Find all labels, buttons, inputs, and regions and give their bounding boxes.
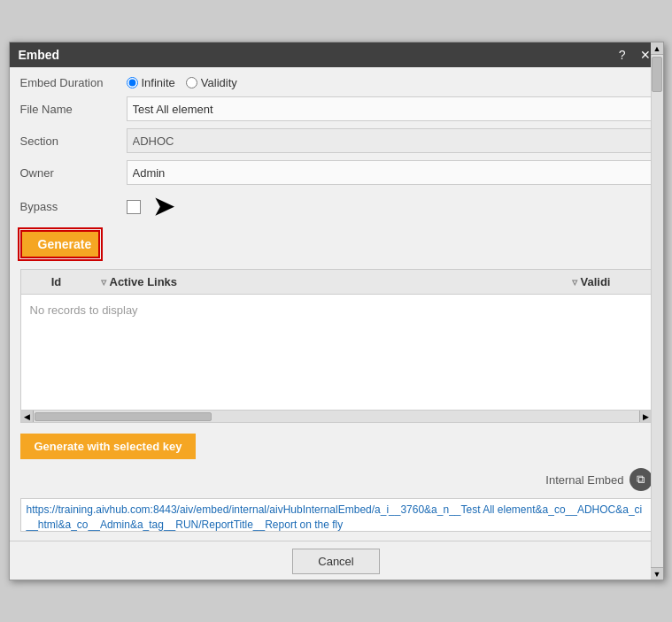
generate-button[interactable]: Generate xyxy=(20,230,100,258)
validity-label: Validity xyxy=(201,76,237,89)
col-validity-header: ▿ Validi xyxy=(572,275,652,288)
generate-btn-container: Generate xyxy=(20,230,653,258)
infinite-label: Infinite xyxy=(142,76,175,89)
no-records-text: No records to display xyxy=(30,303,138,317)
filter-icon-active-links[interactable]: ▿ xyxy=(101,276,106,288)
table-section: Id ▿ Active Links ▿ Validi No records to… xyxy=(20,269,653,423)
title-bar: Embed ? ✕ xyxy=(10,42,663,67)
filter-icon-validity[interactable]: ▿ xyxy=(572,276,577,288)
owner-input[interactable] xyxy=(127,160,653,185)
bypass-row: Bypass ➤ xyxy=(20,192,653,221)
copy-icon: ⧉ xyxy=(637,472,645,487)
internal-embed-label: Internal Embed xyxy=(545,473,623,487)
validity-radio[interactable] xyxy=(186,77,197,88)
arrow-icon: ➤ xyxy=(153,192,174,221)
file-name-row: File Name xyxy=(20,96,653,121)
validity-radio-label[interactable]: Validity xyxy=(186,76,237,89)
embed-dialog: Embed ? ✕ Embed Duration Infinite Validi… xyxy=(9,42,664,580)
vscroll-down-btn[interactable]: ▼ xyxy=(651,567,663,580)
hscroll-thumb[interactable] xyxy=(35,412,212,421)
col-active-links-header: ▿ Active Links xyxy=(83,275,572,288)
file-name-input[interactable] xyxy=(127,96,653,121)
hscroll-right-btn[interactable]: ▶ xyxy=(639,411,652,423)
table-header: Id ▿ Active Links ▿ Validi xyxy=(21,270,652,295)
embed-duration-row: Embed Duration Infinite Validity xyxy=(20,76,653,89)
section-label: Section xyxy=(20,134,118,148)
owner-label: Owner xyxy=(20,166,118,180)
generate-selected-key-button[interactable]: Generate with selected key xyxy=(20,434,197,459)
vscroll-up-btn[interactable]: ▲ xyxy=(651,42,663,55)
embed-duration-options: Infinite Validity xyxy=(127,76,237,89)
infinite-radio[interactable] xyxy=(127,77,138,88)
bypass-label: Bypass xyxy=(20,200,118,213)
embed-duration-label: Embed Duration xyxy=(20,76,118,89)
col-id-header: Id xyxy=(21,275,83,288)
dialog-content: Embed Duration Infinite Validity File Na… xyxy=(10,67,663,541)
dialog-title: Embed xyxy=(19,48,60,62)
infinite-radio-label[interactable]: Infinite xyxy=(127,76,175,89)
bypass-checkbox-area: ➤ xyxy=(127,192,174,221)
url-field[interactable]: https://training.aivhub.com:8443/aiv/emb… xyxy=(20,498,653,532)
internal-embed-row: Internal Embed ⧉ xyxy=(20,468,653,491)
vertical-scrollbar[interactable]: ▲ ▼ xyxy=(651,42,663,580)
section-input[interactable] xyxy=(127,128,653,153)
hscroll-left-btn[interactable]: ◀ xyxy=(21,411,34,423)
title-bar-actions: ? ✕ xyxy=(615,48,654,62)
dialog-main: Embed Duration Infinite Validity File Na… xyxy=(10,67,663,541)
table-body: No records to display xyxy=(21,295,652,410)
section-row: Section xyxy=(20,128,653,153)
file-name-label: File Name xyxy=(20,103,118,116)
bypass-checkbox[interactable] xyxy=(127,200,141,214)
cancel-button[interactable]: Cancel xyxy=(292,549,379,574)
bottom-actions: Cancel xyxy=(10,541,663,580)
horizontal-scrollbar[interactable]: ◀ ▶ xyxy=(21,410,652,422)
owner-row: Owner xyxy=(20,160,653,185)
vscroll-thumb[interactable] xyxy=(652,57,662,92)
copy-button[interactable]: ⧉ xyxy=(630,468,653,491)
help-button[interactable]: ? xyxy=(615,48,630,62)
